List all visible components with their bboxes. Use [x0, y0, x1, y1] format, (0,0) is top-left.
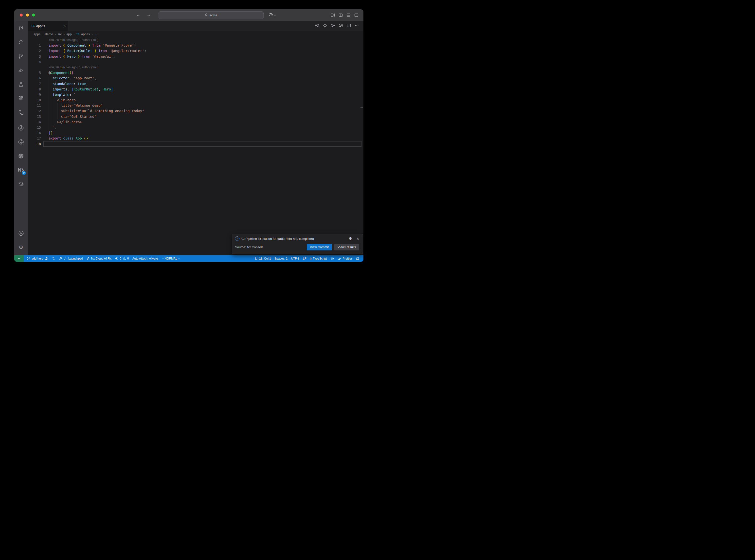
eol-status[interactable]: LF [301, 257, 308, 260]
copilot-menu[interactable]: ⌄ [268, 9, 276, 21]
nav-back-circle-icon[interactable] [315, 23, 319, 28]
blame-row: You, 26 minutes ago | 1 author (You) [27, 37, 363, 43]
code-line: 4 [27, 59, 363, 65]
customize-layout-icon[interactable] [331, 13, 335, 17]
code-line: 18 [27, 141, 363, 147]
console-ninja-icon[interactable] [14, 149, 27, 163]
breadcrumb-item[interactable]: apps [34, 32, 40, 36]
search-icon [205, 13, 208, 17]
vscode-window: ← → acme ⌄ [14, 9, 363, 262]
commit-graph-icon[interactable] [14, 121, 27, 135]
breadcrumb-item[interactable]: app [66, 32, 72, 36]
cursor-position-status[interactable]: Ln 18, Col 1 [253, 257, 273, 260]
code-line: 2import { RouterOutlet } from '@angular/… [27, 48, 363, 54]
breadcrumb-item[interactable]: demo [45, 32, 53, 36]
breadcrumb-symbol[interactable]: … [95, 32, 98, 36]
explorer-icon[interactable] [14, 21, 27, 35]
code-line: 5@Component({ [27, 70, 363, 75]
notifications-bell[interactable] [354, 257, 361, 261]
prettier-status[interactable]: Prettier [336, 257, 354, 261]
git-commits-status[interactable] [50, 257, 57, 260]
tab-bar: TS app.ts ✕ [27, 21, 363, 31]
source-control-graph-icon[interactable] [339, 23, 343, 29]
typescript-file-icon: TS [31, 24, 35, 27]
rocket-icon [59, 257, 62, 261]
nx-cloud-status[interactable]: Nx Cloud AI Fix [84, 257, 113, 260]
git-branch-status[interactable]: add-hero [25, 257, 50, 261]
nav-back-arrow[interactable]: ← [136, 13, 140, 18]
extensions-icon[interactable] [14, 91, 27, 105]
toggle-primary-sidebar-icon[interactable] [339, 13, 343, 17]
code-editor[interactable]: You, 26 minutes ago | 1 author (You)1imp… [27, 37, 363, 255]
breadcrumb-item[interactable]: src [57, 32, 62, 36]
run-debug-icon[interactable] [14, 63, 27, 77]
auto-attach-status[interactable]: Auto Attach: Always [131, 257, 160, 260]
testing-icon[interactable] [14, 77, 27, 91]
view-results-button[interactable]: View Results [334, 244, 359, 251]
nav-forward-arrow[interactable]: → [147, 13, 151, 18]
code-line: 8 imports: [RouterOutlet, Hero], [27, 86, 363, 92]
tab-close-icon[interactable]: ✕ [63, 24, 66, 28]
toggle-secondary-sidebar-icon[interactable] [354, 13, 358, 17]
chevron-right-icon: › [42, 32, 43, 36]
close-window-button[interactable] [20, 14, 23, 17]
notification-source: Source: Nx Console [235, 245, 307, 249]
braces-icon: {} [310, 257, 312, 260]
toggle-panel-icon[interactable] [346, 13, 351, 17]
source-control-icon[interactable] [14, 49, 27, 63]
nx-console-icon[interactable]: N❯ 2 [14, 163, 27, 177]
tab-app-ts[interactable]: TS app.ts ✕ [27, 21, 68, 31]
indentation-status[interactable]: Spaces: 2 [273, 257, 289, 260]
launchpad-status[interactable]: Launchpad [57, 257, 84, 261]
code-line: 13 cta="Get Started" [27, 114, 363, 119]
code-line: 17export class App {} [27, 136, 363, 141]
chevron-right-icon: › [55, 32, 56, 36]
encoding-status[interactable]: UTF-8 [289, 257, 301, 260]
title-bar: ← → acme ⌄ [14, 9, 363, 21]
copilot-icon [330, 257, 334, 261]
zoom-window-button[interactable] [32, 14, 35, 17]
typescript-file-icon: TS [76, 33, 79, 36]
remote-icon [17, 257, 21, 260]
blame-row: You, 26 minutes ago | 1 author (You) [27, 65, 363, 70]
containers-icon[interactable] [14, 177, 27, 191]
search-view-icon[interactable] [14, 35, 27, 49]
code-line: 9 template: ` [27, 92, 363, 97]
command-center-search[interactable]: acme [159, 11, 263, 19]
tab-filename: app.ts [36, 24, 61, 28]
commit-graph-search-icon[interactable] [14, 135, 27, 149]
info-icon: i [235, 236, 239, 241]
language-mode-status[interactable]: {} TypeScript [308, 257, 329, 260]
code-line: 14 ></lib-hero> [27, 119, 363, 125]
plug-icon [64, 257, 67, 260]
chevron-down-icon: ⌄ [274, 14, 276, 17]
problems-status[interactable]: 0 0 [113, 257, 131, 260]
status-bar: add-hero [14, 255, 363, 262]
code-line: 7 standalone: true, [27, 81, 363, 86]
settings-gear-icon[interactable]: ⚙ [14, 240, 27, 254]
accounts-icon[interactable] [14, 226, 27, 240]
notification-toast: i CI Pipeline Execution for #add-hero ha… [232, 234, 363, 254]
nav-forward-circle-icon[interactable] [331, 23, 335, 28]
notification-close-icon[interactable]: ✕ [357, 237, 359, 241]
code-line: 15 `, [27, 125, 363, 130]
copilot-status[interactable] [329, 257, 336, 261]
breadcrumb-file[interactable]: app.ts [81, 32, 90, 36]
nav-current-circle-icon[interactable] [323, 23, 327, 28]
code-line: 3import { Hero } from '@acme/ui'; [27, 54, 363, 59]
double-check-icon [338, 257, 341, 261]
code-line: 6 selector: 'app-root', [27, 75, 363, 81]
more-actions-icon[interactable] [355, 23, 359, 28]
vim-mode-status[interactable]: -- NORMAL -- [160, 257, 182, 260]
view-commit-button[interactable]: View Commit [307, 244, 332, 251]
split-editor-icon[interactable] [347, 23, 351, 28]
notification-title: CI Pipeline Execution for #add-hero has … [241, 237, 347, 241]
git-branch-icon [27, 257, 30, 260]
code-lines: You, 26 minutes ago | 1 author (You)1imp… [27, 37, 363, 147]
notification-settings-icon[interactable]: ⚙ [349, 236, 352, 241]
minimize-window-button[interactable] [26, 14, 29, 17]
remote-indicator[interactable] [14, 255, 24, 262]
chevron-right-icon: › [74, 32, 75, 36]
project-graph-icon[interactable] [14, 105, 27, 119]
chevron-right-icon: › [92, 32, 93, 36]
